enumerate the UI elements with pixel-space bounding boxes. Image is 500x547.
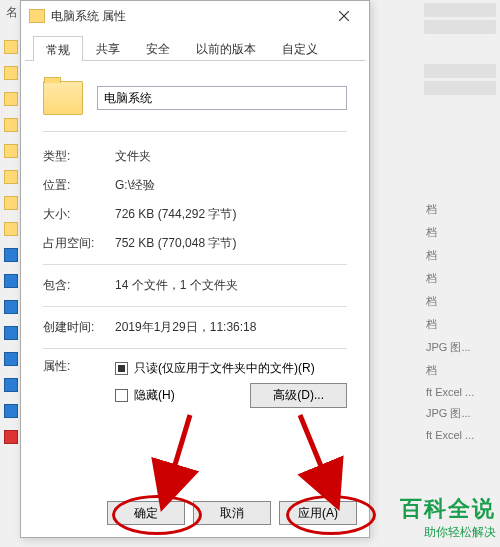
contains-value: 14 个文件，1 个文件夹 bbox=[115, 277, 347, 294]
tab-content: 类型: 文件夹 位置: G:\经验 大小: 726 KB (744,292 字节… bbox=[21, 61, 369, 425]
tab-security[interactable]: 安全 bbox=[133, 35, 183, 60]
type-label: 类型: bbox=[43, 148, 115, 165]
size-value: 726 KB (744,292 字节) bbox=[115, 206, 347, 223]
created-value: 2019年1月29日，11:36:18 bbox=[115, 319, 347, 336]
apply-button[interactable]: 应用(A) bbox=[279, 501, 357, 525]
folder-name-input[interactable] bbox=[97, 86, 347, 110]
cancel-button[interactable]: 取消 bbox=[193, 501, 271, 525]
bg-file-types: 档 档 档 档 档 档 JPG 图... 档 ft Excel ... JPG … bbox=[420, 0, 500, 445]
created-label: 创建时间: bbox=[43, 319, 115, 336]
tab-customize[interactable]: 自定义 bbox=[269, 35, 331, 60]
watermark: 百科全说 助你轻松解决 bbox=[400, 494, 496, 541]
titlebar[interactable]: 电脑系统 属性 bbox=[21, 1, 369, 31]
big-folder-icon bbox=[43, 81, 83, 115]
disk-size-label: 占用空间: bbox=[43, 235, 115, 252]
tab-general[interactable]: 常规 bbox=[33, 36, 83, 61]
tab-previous-versions[interactable]: 以前的版本 bbox=[183, 35, 269, 60]
tab-strip: 常规 共享 安全 以前的版本 自定义 bbox=[25, 31, 365, 61]
disk-size-value: 752 KB (770,048 字节) bbox=[115, 235, 347, 252]
properties-dialog: 电脑系统 属性 常规 共享 安全 以前的版本 自定义 类型: 文件夹 位置: G… bbox=[20, 0, 370, 538]
close-button[interactable] bbox=[323, 2, 365, 30]
tab-sharing[interactable]: 共享 bbox=[83, 35, 133, 60]
attributes-label: 属性: bbox=[43, 358, 115, 375]
contains-label: 包含: bbox=[43, 277, 115, 294]
watermark-subtitle: 助你轻松解决 bbox=[400, 524, 496, 541]
folder-icon bbox=[29, 9, 45, 23]
ok-button[interactable]: 确定 bbox=[107, 501, 185, 525]
window-title: 电脑系统 属性 bbox=[51, 8, 323, 25]
advanced-button[interactable]: 高级(D)... bbox=[250, 383, 347, 408]
location-value: G:\经验 bbox=[115, 177, 347, 194]
hidden-label: 隐藏(H) bbox=[134, 387, 175, 404]
location-label: 位置: bbox=[43, 177, 115, 194]
bg-icon-column bbox=[4, 40, 18, 456]
readonly-label: 只读(仅应用于文件夹中的文件)(R) bbox=[134, 360, 315, 377]
readonly-checkbox[interactable] bbox=[115, 362, 128, 375]
type-value: 文件夹 bbox=[115, 148, 347, 165]
hidden-checkbox[interactable] bbox=[115, 389, 128, 402]
close-icon bbox=[339, 11, 349, 21]
watermark-title: 百科全说 bbox=[400, 494, 496, 524]
size-label: 大小: bbox=[43, 206, 115, 223]
